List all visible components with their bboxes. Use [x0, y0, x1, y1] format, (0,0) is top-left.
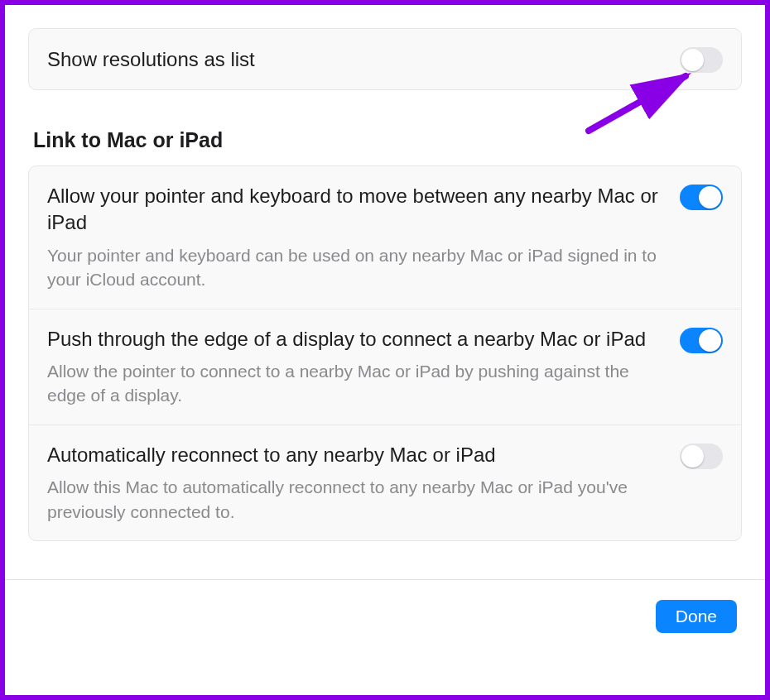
- footer: Done: [28, 580, 742, 651]
- resolutions-panel: Show resolutions as list: [28, 28, 742, 90]
- show-resolutions-toggle[interactable]: [680, 47, 723, 73]
- settings-panel-frame: Show resolutions as list Link to Mac or …: [0, 0, 770, 700]
- push-edge-row: Push through the edge of a display to co…: [29, 309, 741, 424]
- allow-pointer-toggle[interactable]: [680, 185, 723, 210]
- show-resolutions-label: Show resolutions as list: [47, 48, 255, 71]
- show-resolutions-row: Show resolutions as list: [29, 29, 741, 89]
- auto-reconnect-label-wrap: Automatically reconnect to any nearby Ma…: [47, 442, 680, 524]
- auto-reconnect-row: Automatically reconnect to any nearby Ma…: [29, 424, 741, 540]
- link-section-title: Link to Mac or iPad: [33, 128, 742, 152]
- done-button[interactable]: Done: [656, 600, 737, 633]
- auto-reconnect-desc: Allow this Mac to automatically reconnec…: [47, 475, 660, 524]
- push-edge-desc: Allow the pointer to connect to a nearby…: [47, 359, 660, 408]
- allow-pointer-desc: Your pointer and keyboard can be used on…: [47, 243, 660, 292]
- allow-pointer-title: Allow your pointer and keyboard to move …: [47, 183, 660, 237]
- link-panel: Allow your pointer and keyboard to move …: [28, 165, 742, 541]
- push-edge-label-wrap: Push through the edge of a display to co…: [47, 326, 680, 408]
- push-edge-title: Push through the edge of a display to co…: [47, 326, 660, 352]
- allow-pointer-row: Allow your pointer and keyboard to move …: [29, 166, 741, 309]
- allow-pointer-label-wrap: Allow your pointer and keyboard to move …: [47, 183, 680, 292]
- auto-reconnect-title: Automatically reconnect to any nearby Ma…: [47, 442, 660, 468]
- push-edge-toggle[interactable]: [680, 328, 723, 353]
- auto-reconnect-toggle[interactable]: [680, 443, 723, 469]
